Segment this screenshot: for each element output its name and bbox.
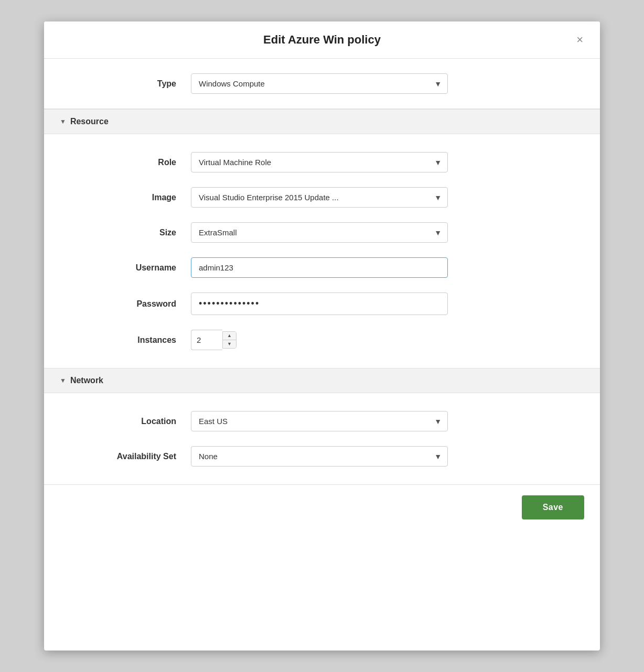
location-select-wrapper: East US ▼ [191, 411, 448, 431]
image-select[interactable]: Visual Studio Enterprise 2015 Update ... [191, 187, 448, 208]
instances-increment-button[interactable]: ▲ [223, 332, 236, 340]
network-section-title: Network [70, 376, 103, 385]
password-label: Password [107, 299, 191, 309]
close-button[interactable]: × [572, 32, 587, 48]
password-row: Password [44, 285, 600, 322]
username-row: Username [44, 250, 600, 285]
role-label: Role [107, 158, 191, 167]
role-select[interactable]: Virtual Machine Role [191, 152, 448, 172]
size-select-wrapper: ExtraSmall ▼ [191, 222, 448, 243]
type-select-wrapper: Windows Compute ▼ [191, 73, 448, 94]
type-row: Type Windows Compute ▼ [44, 59, 600, 109]
modal-header: Edit Azure Win policy × [44, 21, 600, 59]
save-button[interactable]: Save [522, 495, 584, 519]
instances-wrapper: ▲ ▼ [191, 330, 237, 350]
size-label: Size [107, 228, 191, 237]
availability-set-select[interactable]: None [191, 446, 448, 467]
type-select[interactable]: Windows Compute [191, 73, 448, 94]
resource-section-header[interactable]: ▼ Resource [44, 109, 600, 134]
network-section-header[interactable]: ▼ Network [44, 368, 600, 393]
type-label: Type [107, 79, 191, 89]
modal-title: Edit Azure Win policy [263, 33, 381, 47]
modal-footer: Save [44, 484, 600, 530]
resource-section-title: Resource [70, 117, 109, 126]
location-row: Location East US ▼ [44, 404, 600, 439]
size-row: Size ExtraSmall ▼ [44, 215, 600, 250]
edit-policy-modal: Edit Azure Win policy × Type Windows Com… [44, 21, 600, 651]
network-section-body: Location East US ▼ Availability Set None… [44, 393, 600, 484]
username-input[interactable] [191, 257, 448, 278]
instances-input[interactable] [191, 330, 222, 350]
availability-set-label: Availability Set [107, 452, 191, 461]
image-label: Image [107, 193, 191, 202]
image-row: Image Visual Studio Enterprise 2015 Upda… [44, 180, 600, 215]
instances-spinner: ▲ ▼ [222, 331, 237, 349]
location-label: Location [107, 417, 191, 426]
password-input[interactable] [191, 292, 448, 315]
username-label: Username [107, 263, 191, 273]
resource-section-body: Role Virtual Machine Role ▼ Image Visual… [44, 134, 600, 368]
size-select[interactable]: ExtraSmall [191, 222, 448, 243]
location-select[interactable]: East US [191, 411, 448, 431]
availability-set-row: Availability Set None ▼ [44, 439, 600, 474]
image-select-wrapper: Visual Studio Enterprise 2015 Update ...… [191, 187, 448, 208]
role-select-wrapper: Virtual Machine Role ▼ [191, 152, 448, 172]
instances-decrement-button[interactable]: ▼ [223, 340, 236, 348]
availability-set-select-wrapper: None ▼ [191, 446, 448, 467]
instances-label: Instances [107, 335, 191, 345]
instances-row: Instances ▲ ▼ [44, 322, 600, 357]
network-collapse-icon: ▼ [60, 377, 66, 384]
role-row: Role Virtual Machine Role ▼ [44, 145, 600, 180]
resource-collapse-icon: ▼ [60, 118, 66, 125]
